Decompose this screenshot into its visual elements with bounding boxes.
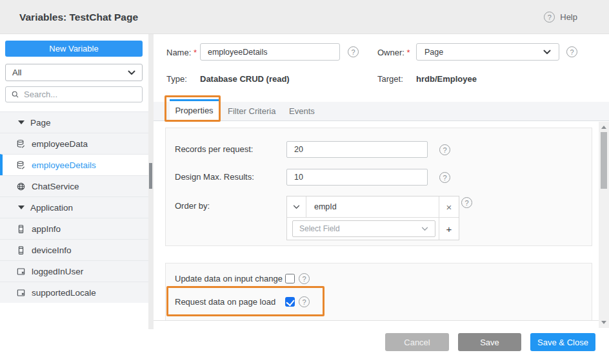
required-marker: * [407,48,410,57]
order-by-control: empId Select Field × [286,196,459,240]
variable-label: loggedInUser [32,267,83,276]
variable-search-box [5,86,143,102]
chevron-down-icon [128,70,135,75]
add-order-by-button[interactable]: + [439,218,459,240]
variables-dialog: Variables: TestChat Page ? Help New Vari… [0,0,609,364]
device-icon [16,224,26,234]
variable-box-icon [16,267,26,276]
chevron-down-icon [543,50,551,55]
variable-label: supportedLocale [32,288,96,298]
update-on-input-checkbox[interactable] [285,274,295,283]
help-icon[interactable]: ? [566,46,577,57]
triangle-down-icon [18,206,25,209]
request-settings-card: Records per request: ? Design Max. Resul… [165,128,592,246]
page-title: Variables: TestChat Page [19,0,138,34]
variable-detail-panel: Name: * ? Owner: * Page ? Type: Database… [154,34,609,364]
search-input[interactable] [24,90,137,99]
sidebar-scrollbar-thumb[interactable] [149,163,152,189]
variable-label: deviceInfo [32,245,72,255]
group-label: Application [30,203,73,213]
variable-label: appInfo [32,224,61,234]
records-per-request-input[interactable] [286,141,428,158]
sidebar-group-application[interactable]: Application [0,196,148,218]
target-label: Target: [377,74,403,84]
records-per-request-label: Records per request: [175,144,253,154]
tab-events[interactable]: Events [289,102,315,121]
remove-order-by-button[interactable]: × [439,196,459,218]
database-icon [16,160,26,170]
update-on-input-label: Update data on input change [175,274,283,283]
owner-label-text: Owner: [377,48,404,57]
variable-label: employeeData [32,139,88,149]
design-max-results-label: Design Max. Results: [175,172,254,182]
name-label-text: Name: [166,48,191,57]
main-scrollbar-thumb[interactable] [601,132,607,189]
scroll-down-arrow-icon[interactable] [601,321,606,324]
variable-label: employeeDetails [32,160,96,170]
sidebar-item-deviceinfo[interactable]: deviceInfo [0,239,148,260]
sidebar-group-page[interactable]: Page [0,111,148,133]
variable-label: ChatService [32,182,79,191]
chevron-down-icon [421,227,428,231]
tab-bar: Properties Filter Criteria Events [154,102,609,121]
cancel-button[interactable]: Cancel [385,333,449,351]
owner-select-value: Page [424,48,443,57]
scroll-up-arrow-icon[interactable] [601,126,606,129]
sidebar-item-appinfo[interactable]: appInfo [0,218,148,239]
select-field-placeholder: Select Field [299,224,340,233]
sidebar-item-employeedetails[interactable]: employeeDetails [0,154,148,175]
order-by-expand-button[interactable] [287,196,306,217]
variable-filter-select[interactable]: All [5,64,143,81]
globe-icon [16,182,26,191]
help-icon[interactable]: ? [461,197,472,208]
help-icon[interactable]: ? [299,273,310,284]
order-by-label: Order by: [175,201,210,211]
request-on-load-label: Request data on page load [175,297,275,307]
help-label: Help [560,12,577,22]
tab-filter-criteria[interactable]: Filter Criteria [228,102,275,121]
group-label: Page [30,118,51,128]
help-icon[interactable]: ? [299,296,310,307]
sidebar-item-employeedata[interactable]: employeeData [0,133,148,154]
owner-label: Owner: * [377,44,410,61]
help-icon: ? [544,12,555,23]
order-by-value: empId [306,202,337,211]
dialog-header: Variables: TestChat Page ? Help [0,0,609,34]
design-max-results-input[interactable] [286,169,428,186]
triangle-down-icon [18,120,25,124]
help-icon[interactable]: ? [348,46,359,57]
chevron-down-icon [293,205,300,209]
help-icon[interactable]: ? [439,144,450,155]
close-icon: × [446,202,452,213]
name-label: Name: * [166,44,197,61]
plus-icon: + [446,224,452,235]
database-icon [16,139,26,149]
variable-filter-value: All [12,68,21,77]
type-label: Type: [166,74,187,84]
request-on-load-checkbox[interactable] [285,297,295,307]
help-button[interactable]: ? Help [544,0,577,34]
new-variable-button[interactable]: New Variable [5,41,143,57]
save-and-close-button[interactable]: Save & Close [530,333,595,351]
search-icon [11,90,19,99]
variables-sidebar: New Variable All Page employeeData [0,34,148,364]
main-scrollbar[interactable] [599,122,609,328]
device-icon [16,245,26,255]
target-value: hrdb/Employee [416,74,477,84]
sidebar-item-chatservice[interactable]: ChatService [0,175,148,196]
panel-divider [154,320,599,321]
help-icon[interactable]: ? [439,172,450,183]
variable-list: Page employeeData employeeDetails ChatSe… [0,111,148,303]
type-value: Database CRUD (read) [200,74,290,84]
name-input[interactable] [200,43,340,61]
sidebar-item-loggedinuser[interactable]: loggedInUser [0,260,148,282]
behavior-settings-card: Update data on input change ? Request da… [165,263,592,320]
variable-box-icon [16,288,26,298]
order-by-field-select[interactable]: Select Field [292,220,435,237]
properties-panel: Records per request: ? Design Max. Resul… [154,122,599,320]
save-button[interactable]: Save [458,333,521,351]
tab-properties[interactable]: Properties [170,99,219,121]
sidebar-item-supportedlocale[interactable]: supportedLocale [0,282,148,303]
required-marker: * [194,48,197,57]
owner-select[interactable]: Page [416,43,559,61]
